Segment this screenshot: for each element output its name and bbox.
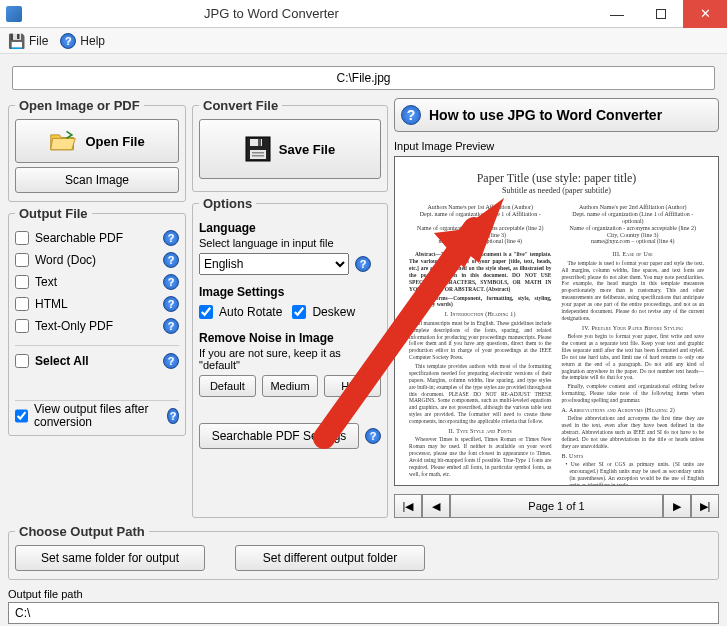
doc-sec4b-head: B. Units [562,453,705,461]
doc-subtitle: Subtitle as needed (paper subtitle) [409,186,704,196]
format-html-checkbox[interactable] [15,297,29,311]
set-same-folder-button[interactable]: Set same folder for output [15,545,205,571]
help-icon [60,33,76,49]
doc-sec3-head: III. Ease of Use [562,251,705,259]
svg-rect-3 [250,150,266,159]
format-searchable-pdf-checkbox[interactable] [15,231,29,245]
view-after-checkbox[interactable] [15,409,28,423]
pager-last-button[interactable]: ▶| [691,494,719,518]
pager-label: Page 1 of 1 [450,494,663,518]
noise-default-button[interactable]: Default [199,375,256,397]
searchable-pdf-settings-button[interactable]: Searchable PDF Settings [199,423,359,449]
svg-rect-2 [258,139,261,146]
format-searchable-pdf-label: Searchable PDF [35,231,123,245]
convert-file-legend: Convert File [199,98,282,113]
help-icon[interactable] [355,256,371,272]
format-word-checkbox[interactable] [15,253,29,267]
doc-author-left: Authors Name/s per 1st Affiliation (Auth… [409,204,552,245]
help-icon [401,105,421,125]
open-image-group: Open Image or PDF Open File Scan Image [8,98,186,202]
noise-heading: Remove Noise in Image [199,331,381,345]
svg-rect-5 [252,155,264,157]
doc-sec4a-head: A. Abbreviations and Acronyms (Heading 2… [562,407,705,415]
select-all-checkbox[interactable] [15,354,29,368]
output-file-group: Output File Searchable PDF Word (Doc) Te… [8,206,186,436]
scan-image-button[interactable]: Scan Image [15,167,179,193]
doc-abstract: Abstract—This electronic document is a "… [409,251,552,291]
save-file-label: Save File [279,142,335,157]
minimize-button[interactable] [595,0,639,28]
save-file-button[interactable]: Save File [199,119,381,179]
pager-next-button[interactable]: ▶ [663,494,691,518]
how-to-use-button[interactable]: How to use JPG to Word Converter [394,98,719,132]
auto-rotate-label: Auto Rotate [219,305,282,319]
doc-sec3-p1: The template is used to format your pape… [562,260,705,322]
doc-sec4b-li1: Use either SI or CGS as primary units. (… [570,461,705,486]
preview-label: Input Image Preview [394,140,719,152]
close-button[interactable] [683,0,727,28]
options-legend: Options [199,196,256,211]
disk-icon: 💾 [8,33,25,49]
output-path-label: Output file path [8,588,719,600]
floppy-disk-icon [245,136,271,162]
doc-sec1-p1: All manuscripts must be in English. Thes… [409,320,552,361]
format-word-label: Word (Doc) [35,253,96,267]
deskew-checkbox[interactable] [292,305,306,319]
help-icon[interactable] [163,252,179,268]
auto-rotate-checkbox[interactable] [199,305,213,319]
language-select[interactable]: English [199,253,349,275]
how-to-use-label: How to use JPG to Word Converter [429,107,662,123]
language-heading: Language [199,221,381,235]
image-settings-heading: Image Settings [199,285,381,299]
output-file-legend: Output File [15,206,92,221]
menu-help[interactable]: Help [60,33,105,49]
select-all-label: Select All [35,354,89,368]
convert-file-group: Convert File Save File [192,98,388,192]
doc-author-right: Authors Name/s per 2nd Affiliation (Auth… [562,204,705,245]
help-icon[interactable] [163,274,179,290]
menu-file[interactable]: 💾 File [8,33,48,49]
options-group: Options Language Select language in inpu… [192,196,388,518]
doc-sec4a-p1: Define abbreviations and acronyms the fi… [562,415,705,449]
format-text-checkbox[interactable] [15,275,29,289]
noise-high-button[interactable]: High [324,375,381,397]
noise-note: If you are not sure, keep it as "default… [199,347,381,371]
language-note: Select language in input file [199,237,381,249]
doc-index-terms: Index Terms—Component, formatting, style… [409,295,552,308]
help-icon[interactable] [163,230,179,246]
help-icon[interactable] [163,296,179,312]
doc-sec1-p2: This template provides authors with most… [409,363,552,425]
pager-first-button[interactable]: |◀ [394,494,422,518]
open-file-label: Open File [85,134,144,149]
help-icon[interactable] [167,408,179,424]
help-icon[interactable] [163,353,179,369]
menu-help-label: Help [80,34,105,48]
doc-sec4-p2: Finally, complete content and organizati… [562,383,705,404]
folder-open-icon [49,129,77,153]
choose-output-path-legend: Choose Output Path [15,524,149,539]
maximize-button[interactable] [639,0,683,28]
format-textonly-pdf-label: Text-Only PDF [35,319,113,333]
open-image-legend: Open Image or PDF [15,98,144,113]
doc-sec4-p1: Before you begin to format your paper, f… [562,333,705,381]
doc-sec2-head: II. Type Style and Fonts [409,428,552,436]
file-path-display: C:\File.jpg [12,66,715,90]
set-different-folder-button[interactable]: Set different output folder [235,545,425,571]
input-image-preview: Paper Title (use style: paper title) Sub… [394,156,719,486]
doc-sec2-p1: Wherever Times is specified, Times Roman… [409,436,552,477]
format-html-label: HTML [35,297,68,311]
help-icon[interactable] [365,428,381,444]
format-text-label: Text [35,275,57,289]
app-icon [6,6,22,22]
format-textonly-pdf-checkbox[interactable] [15,319,29,333]
pager: |◀ ◀ Page 1 of 1 ▶ ▶| [394,494,719,518]
help-icon[interactable] [163,318,179,334]
noise-medium-button[interactable]: Medium [262,375,319,397]
doc-sec4-head: IV. Prepare Your Paper Before Styling [562,325,705,333]
open-file-button[interactable]: Open File [15,119,179,163]
output-path-input[interactable] [8,602,719,624]
pager-prev-button[interactable]: ◀ [422,494,450,518]
choose-output-path-group: Choose Output Path Set same folder for o… [8,524,719,580]
svg-rect-4 [252,152,264,154]
deskew-label: Deskew [312,305,355,319]
